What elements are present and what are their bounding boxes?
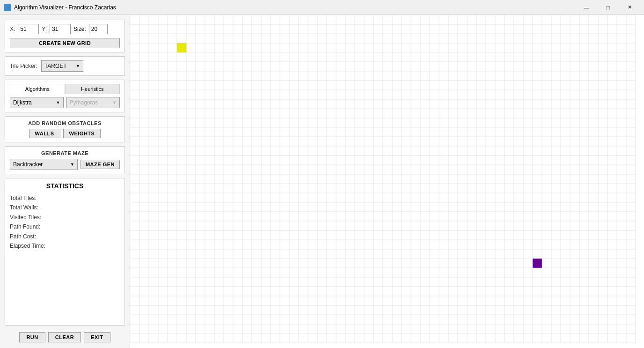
grid-controls-row: X: Y: Size: — [10, 24, 120, 34]
stat-path-cost: Path Cost: — [10, 232, 120, 241]
heuristic-dropdown[interactable]: Pythagoras ▼ — [66, 97, 120, 108]
exit-button[interactable]: EXIT — [84, 332, 110, 342]
algo-tabs: Algorithms Heuristics — [10, 84, 120, 94]
stat-visited-tiles: Visited Tiles: — [10, 213, 120, 222]
grid-area[interactable] — [130, 15, 644, 348]
title-bar-left: Algorithm Visualizer - Francisco Zacaria… — [4, 4, 116, 11]
y-label: Y: — [42, 26, 47, 32]
tile-picker-value: TARGET — [44, 63, 67, 69]
tile-picker-label: Tile Picker: — [10, 63, 37, 69]
stat-elapsed-time: Elapsed Time: — [10, 241, 120, 251]
maximize-button[interactable]: □ — [597, 0, 619, 15]
maze-title: GENERATE MAZE — [10, 150, 120, 156]
maze-controls-row: Backtracker ▼ MAZE GEN — [10, 159, 120, 170]
statistics-section: STATISTICS Total Tiles: Total Walls: Vis… — [5, 178, 125, 326]
title-bar-controls: — □ ✕ — [576, 0, 640, 15]
left-panel: X: Y: Size: CREATE NEW GRID Tile Picker:… — [0, 15, 130, 348]
algo-arrow: ▼ — [53, 100, 60, 105]
main-layout: X: Y: Size: CREATE NEW GRID Tile Picker:… — [0, 15, 644, 348]
size-label: Size: — [73, 26, 86, 32]
x-input[interactable] — [18, 24, 39, 34]
create-grid-button[interactable]: CREATE NEW GRID — [10, 38, 120, 48]
maze-section: GENERATE MAZE Backtracker ▼ MAZE GEN — [5, 146, 125, 174]
x-label: X: — [10, 26, 15, 32]
run-button[interactable]: RUN — [19, 332, 45, 342]
tile-picker-dropdown[interactable]: TARGET ▼ — [41, 60, 83, 72]
maze-arrow: ▼ — [67, 162, 74, 167]
obstacles-section: ADD RANDOM OBSTACLES WALLS WEIGHTS — [5, 116, 125, 142]
algo-selects-row: Dijkstra ▼ Pythagoras ▼ — [10, 97, 120, 108]
minimize-button[interactable]: — — [576, 0, 597, 15]
tab-heuristics[interactable]: Heuristics — [65, 84, 120, 94]
algo-value: Dijkstra — [13, 99, 32, 106]
window-title: Algorithm Visualizer - Francisco Zacaria… — [14, 4, 116, 11]
obstacles-buttons: WALLS WEIGHTS — [10, 129, 120, 138]
clear-button[interactable]: CLEAR — [48, 332, 81, 342]
app-icon — [4, 4, 11, 11]
obstacles-title: ADD RANDOM OBSTACLES — [10, 120, 120, 126]
algorithms-section: Algorithms Heuristics Dijkstra ▼ Pythago… — [5, 80, 125, 112]
heuristic-select-wrap: Pythagoras ▼ — [66, 97, 120, 108]
maze-gen-button[interactable]: MAZE GEN — [80, 160, 120, 169]
grid-controls-section: X: Y: Size: CREATE NEW GRID — [5, 20, 125, 52]
size-input[interactable] — [89, 24, 108, 34]
maze-value: Backtracker — [13, 161, 43, 168]
y-input[interactable] — [50, 24, 71, 34]
bottom-buttons: RUN CLEAR EXIT — [5, 329, 125, 343]
tab-algorithms[interactable]: Algorithms — [10, 84, 65, 94]
heuristic-arrow: ▼ — [110, 100, 117, 105]
tile-picker-section: Tile Picker: TARGET ▼ — [5, 56, 125, 76]
title-bar: Algorithm Visualizer - Francisco Zacaria… — [0, 0, 644, 15]
maze-dropdown[interactable]: Backtracker ▼ — [10, 159, 78, 170]
algo-select-wrap: Dijkstra ▼ — [10, 97, 64, 108]
walls-button[interactable]: WALLS — [29, 129, 60, 138]
heuristic-value: Pythagoras — [70, 99, 98, 106]
grid-canvas[interactable] — [130, 15, 644, 348]
stat-path-found: Path Found: — [10, 222, 120, 231]
tile-picker-arrow: ▼ — [73, 64, 80, 68]
stat-total-walls: Total Walls: — [10, 203, 120, 212]
stat-total-tiles: Total Tiles: — [10, 193, 120, 203]
algo-dropdown[interactable]: Dijkstra ▼ — [10, 97, 64, 108]
statistics-title: STATISTICS — [10, 182, 120, 190]
maze-select-wrap: Backtracker ▼ — [10, 159, 78, 170]
close-button[interactable]: ✕ — [619, 0, 640, 15]
tile-picker-row: Tile Picker: TARGET ▼ — [10, 60, 120, 72]
weights-button[interactable]: WEIGHTS — [63, 129, 101, 138]
